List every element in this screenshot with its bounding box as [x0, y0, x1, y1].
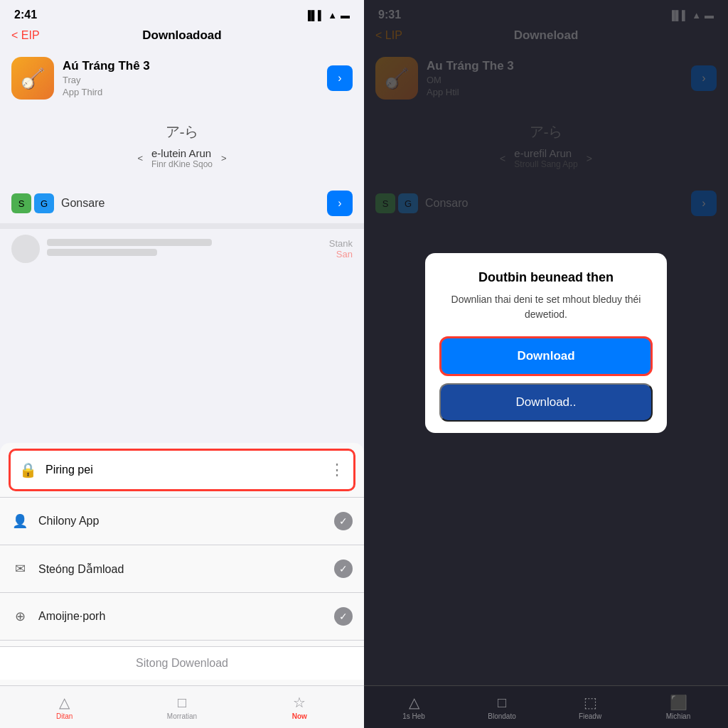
dialog-box: Doutbin beunead then Downlian thai deni … — [425, 253, 667, 433]
status-bar-left: 2:41 ▐▌▌ ▲ ▬ — [0, 0, 364, 26]
tab-icon-4-right: ⬛ — [670, 694, 687, 711]
tab-item-1-right[interactable]: △ 1s Heb — [370, 694, 458, 720]
divider-4 — [0, 640, 364, 641]
stank-label: Stank — [329, 238, 353, 249]
list-row-2[interactable]: ✉ Steóng Dẫmload ✓ — [0, 551, 364, 587]
phone-left: 2:41 ▐▌▌ ▲ ▬ < EIP Downloadoad 🪕 Aú Trán… — [0, 0, 364, 728]
banner-area-left: ア‐ら < e-lutein Arun Finr dKine Sqoo > — [0, 108, 364, 183]
banner-nav-left: < e-lutein Arun Finr dKine Sqoo > — [137, 147, 226, 169]
banner-text-left: ア‐ら — [166, 122, 199, 141]
nav-back-left[interactable]: < EIP — [11, 29, 40, 42]
tab-label-3-right: Fieadw — [579, 712, 601, 720]
list-row-3[interactable]: ⊕ Amoijne·porh ✓ — [0, 599, 364, 634]
check-icon-1: ✓ — [334, 512, 353, 530]
tab-icon-2: □ — [178, 695, 186, 711]
app-header-left: 🪕 Aú Tráng Thê 3 Tray App Third › — [0, 48, 364, 108]
divider-2 — [0, 545, 364, 545]
tab-icon-1: △ — [59, 694, 70, 711]
divider-3 — [0, 592, 364, 593]
tab-bar-right: △ 1s Heb □ Blondato ⬚ Fieadw ⬛ Michian — [364, 685, 728, 728]
chevron-right-icon[interactable]: > — [221, 153, 227, 164]
tab-label-2-right: Blondato — [488, 712, 515, 720]
list-row-1-label: Chilony App — [38, 515, 324, 528]
tab-label-4-right: Michian — [666, 712, 690, 720]
check-icon-3: ✓ — [334, 607, 353, 626]
status-time-left: 2:41 — [14, 9, 37, 21]
arrow-btn-left[interactable]: › — [327, 65, 353, 91]
list-row-3-label: Amoijne·porh — [38, 610, 324, 623]
blurred-text — [47, 239, 322, 259]
section-label-left: Gonsare — [61, 197, 320, 210]
tab-item-2-left[interactable]: □ Morratian — [123, 695, 240, 720]
mini-icon-blue: G — [34, 193, 54, 213]
tab-label-1-right: 1s Heb — [402, 712, 425, 720]
tab-item-3-left[interactable]: ☆ Now — [241, 694, 358, 720]
section-row-left: S G Gonsare › — [0, 183, 364, 223]
app-sub1-left: Tray — [63, 75, 318, 85]
nav-bar-left: < EIP Downloadoad — [0, 26, 364, 48]
tab-item-2-right[interactable]: □ Blondato — [458, 695, 546, 720]
ukulele-icon: 🪕 — [21, 67, 46, 90]
app-name-left: Aú Tráng Thê 3 — [63, 59, 318, 73]
blurred-line-1 — [47, 239, 212, 246]
chevron-left-icon[interactable]: < — [137, 153, 143, 164]
download-primary-button[interactable]: Download — [439, 336, 653, 376]
arrow-right-icon: › — [338, 72, 341, 85]
san-label: San — [329, 249, 353, 259]
highlighted-row[interactable]: 🔒 Piring pei ⋮ — [9, 449, 355, 491]
dialog-body: Downlian thai deni te set mhout bleduy t… — [439, 292, 653, 322]
dialog-title: Doutbin beunead then — [439, 270, 653, 285]
highlighted-row-label: Piring pei — [46, 464, 93, 476]
more-icon[interactable]: ⋮ — [329, 461, 345, 479]
tab-bar-left: △ Ditan □ Morratian ☆ Now — [0, 685, 364, 728]
app-sub2-left: App Third — [63, 87, 318, 97]
mini-icon-green: S — [11, 193, 31, 213]
tab-label-3: Now — [292, 712, 307, 720]
person-icon: 👤 — [11, 513, 28, 529]
plus-circle-icon: ⊕ — [11, 609, 28, 624]
tab-icon-1-right: △ — [409, 694, 419, 711]
arrow-right-section-icon: › — [338, 197, 341, 210]
row-left: 🔒 Piring pei — [19, 461, 93, 478]
blurred-line-2 — [47, 249, 157, 256]
battery-icon: ▬ — [341, 10, 350, 21]
banner-nav-sub-left: Finr dKine Sqoo — [151, 159, 213, 169]
tab-icon-2-right: □ — [498, 695, 506, 711]
app-icon-left: 🪕 — [11, 57, 54, 100]
section-arrow-btn[interactable]: › — [327, 191, 353, 216]
banner-nav-title-left: e-lutein Arun — [151, 147, 213, 159]
check-icon-2: ✓ — [334, 560, 353, 578]
tab-icon-3: ☆ — [293, 694, 306, 711]
phone-right: 9:31 ▐▌▌ ▲ ▬ < LIP Downeload 🪕 Au Tráng … — [364, 0, 728, 728]
tab-label-1: Ditan — [56, 712, 73, 720]
divider-1 — [0, 497, 364, 498]
list-row-2-label: Steóng Dẫmload — [38, 562, 324, 576]
nav-title-left: Downloadoad — [142, 28, 221, 43]
blurred-avatar — [11, 235, 40, 263]
lock-icon: 🔒 — [19, 461, 37, 478]
section-divider — [0, 223, 364, 229]
tab-label-2: Morratian — [167, 712, 197, 720]
tab-item-3-right[interactable]: ⬚ Fieadw — [546, 694, 634, 720]
wifi-icon: ▲ — [328, 10, 337, 21]
signal-icon: ▐▌▌ — [304, 10, 324, 21]
bottom-sheet: 🔒 Piring pei ⋮ 👤 Chilony App ✓ ✉ Steóng … — [0, 443, 364, 685]
blurred-row: Stank San — [0, 229, 364, 269]
envelope-icon: ✉ — [11, 561, 28, 577]
status-icons-left: ▐▌▌ ▲ ▬ — [304, 10, 350, 21]
tab-item-4-right[interactable]: ⬛ Michian — [634, 694, 722, 720]
bottom-action-btn[interactable]: Sitong Dowenload — [0, 646, 364, 680]
download-secondary-button[interactable]: Download.. — [439, 383, 653, 422]
dialog-overlay: Doutbin beunead then Downlian thai deni … — [364, 0, 728, 685]
tab-icon-3-right: ⬚ — [584, 694, 597, 711]
bottom-btn-label: Sitong Dowenload — [136, 657, 228, 669]
app-info-left: Aú Tráng Thê 3 Tray App Third — [63, 59, 318, 97]
tab-item-1-left[interactable]: △ Ditan — [6, 694, 123, 720]
section-icons: S G — [11, 193, 54, 213]
list-row-1[interactable]: 👤 Chilony App ✓ — [0, 503, 364, 539]
